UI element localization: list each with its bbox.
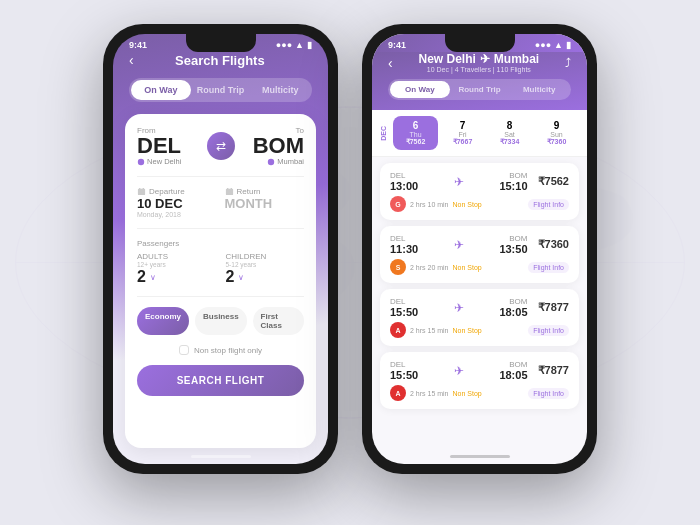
- airline-logo-2: A: [390, 322, 406, 338]
- arr-time-2: 18:05: [499, 306, 527, 318]
- flight-bottom-2: A 2 hrs 15 min Non Stop Flight Info: [390, 322, 569, 338]
- trip-tabs-right: On Way Round Trip Multicity: [388, 79, 571, 100]
- children-decrement[interactable]: ∨: [238, 273, 244, 282]
- nonstop-label: Non stop flight only: [194, 346, 262, 355]
- date-day-3: Sun: [536, 131, 577, 138]
- date-day-0: Thu: [395, 131, 436, 138]
- flight-bottom-1: S 2 hrs 20 min Non Stop Flight Info: [390, 259, 569, 275]
- flight-price-area-2: ₹7877: [538, 301, 569, 314]
- adults-decrement[interactable]: ∨: [150, 273, 156, 282]
- children-label: CHILDREN: [226, 252, 305, 261]
- flight-dest-3: BOM 18:05: [499, 360, 527, 381]
- swap-button[interactable]: ⇄: [207, 132, 235, 160]
- flight-info-btn-3[interactable]: Flight Info: [528, 388, 569, 399]
- divider-1: [137, 176, 304, 177]
- nonstop-row[interactable]: Non stop flight only: [137, 345, 304, 355]
- battery-icon: ▮: [307, 40, 312, 50]
- date-item-0[interactable]: 6 Thu ₹7562: [393, 116, 438, 150]
- date-num-3: 9: [536, 120, 577, 131]
- duration-3: 2 hrs 15 min: [410, 390, 449, 397]
- dep-time-3: 15:50: [390, 369, 418, 381]
- flight-info-btn-0[interactable]: Flight Info: [528, 199, 569, 210]
- tab-multicity-right[interactable]: Multicity: [509, 81, 569, 98]
- svg-point-5: [138, 159, 144, 165]
- flight-dest-1: BOM 13:50: [499, 234, 527, 255]
- tab-multicity-left[interactable]: Multicity: [250, 80, 310, 100]
- phones-container: 9:41 ●●● ▲ ▮ ‹ Search Flights On Way Rou…: [0, 0, 700, 498]
- tab-roundtrip-left[interactable]: Round Trip: [191, 80, 251, 100]
- passengers-section: Passengers ADULTS 12+ years 2 ∨: [137, 239, 304, 286]
- dep-time-0: 13:00: [390, 180, 418, 192]
- back-button-right[interactable]: ‹: [388, 55, 393, 71]
- flight-origin-3: DEL 15:50: [390, 360, 418, 381]
- svg-rect-7: [138, 189, 145, 195]
- stop-0: Non Stop: [453, 201, 482, 208]
- flight-price-2: ₹7877: [538, 301, 569, 314]
- date-item-1[interactable]: 7 Fri ₹7667: [440, 116, 485, 150]
- from-code: DEL: [137, 135, 207, 157]
- flight-arrow-2: ✈: [422, 301, 495, 315]
- children-count-row: 2 ∨: [226, 268, 305, 286]
- right-screen: 9:41 ●●● ▲ ▮ ‹ New Delhi ✈: [372, 34, 587, 464]
- departure-field[interactable]: Departure 10 DEC Monday, 2018: [137, 187, 217, 218]
- tab-first-class[interactable]: First Class: [253, 307, 304, 335]
- from-city: New Delhi: [137, 157, 207, 166]
- flight-arrow-0: ✈: [422, 175, 495, 189]
- route-row: From DEL New Delhi ⇄ To BOM: [137, 126, 304, 166]
- return-field[interactable]: Return MONTH: [225, 187, 305, 218]
- tab-economy[interactable]: Economy: [137, 307, 189, 335]
- date-item-2[interactable]: 8 Sat ₹7334: [487, 116, 532, 150]
- dest-text: Mumbai: [494, 52, 539, 66]
- trip-tabs-left: On Way Round Trip Multicity: [129, 78, 312, 102]
- flight-top-1: DEL 11:30 ✈ BOM 13:50 ₹7360: [390, 234, 569, 255]
- wifi-icon: ▲: [295, 40, 304, 50]
- date-num-0: 6: [395, 120, 436, 131]
- flight-info-btn-2[interactable]: Flight Info: [528, 325, 569, 336]
- children-sublabel: 5-12 years: [226, 261, 305, 268]
- airline-logo-1: S: [390, 259, 406, 275]
- flight-results-phone: 9:41 ●●● ▲ ▮ ‹ New Delhi ✈: [362, 24, 597, 474]
- flight-list: DEL 13:00 ✈ BOM 15:10 ₹7562: [372, 157, 587, 448]
- tab-business[interactable]: Business: [195, 307, 247, 335]
- time-left: 9:41: [129, 40, 147, 50]
- arr-time-1: 13:50: [499, 243, 527, 255]
- flight-card-1[interactable]: DEL 11:30 ✈ BOM 13:50 ₹7360: [380, 226, 579, 283]
- date-item-3[interactable]: 9 Sun ₹7360: [534, 116, 579, 150]
- share-icon[interactable]: ⤴: [565, 56, 571, 70]
- date-strip-month: DEC: [380, 126, 387, 141]
- to-field: To BOM Mumbai: [235, 126, 305, 166]
- flight-card-2[interactable]: DEL 15:50 ✈ BOM 18:05 ₹7877: [380, 289, 579, 346]
- origin-text: New Delhi: [418, 52, 475, 66]
- flight-price-3: ₹7877: [538, 364, 569, 377]
- page-title-left: Search Flights: [142, 53, 312, 68]
- left-header: ‹ Search Flights: [113, 52, 328, 78]
- nonstop-checkbox[interactable]: [179, 345, 189, 355]
- flight-card-3[interactable]: DEL 15:50 ✈ BOM 18:05 ₹7877: [380, 352, 579, 409]
- tab-roundtrip-right[interactable]: Round Trip: [450, 81, 510, 98]
- to-city: Mumbai: [235, 157, 305, 166]
- flight-price-area-1: ₹7360: [538, 238, 569, 251]
- children-count: 2: [226, 268, 235, 286]
- adults-sublabel: 12+ years: [137, 261, 216, 268]
- flight-price-area-0: ₹7562: [538, 175, 569, 188]
- back-button-left[interactable]: ‹: [129, 52, 134, 68]
- search-card: From DEL New Delhi ⇄ To BOM: [125, 114, 316, 448]
- notch-left: [186, 34, 256, 52]
- to-code: BOM: [235, 135, 305, 157]
- tab-oneway-left[interactable]: On Way: [131, 80, 191, 100]
- flight-top-2: DEL 15:50 ✈ BOM 18:05 ₹7877: [390, 297, 569, 318]
- left-screen: 9:41 ●●● ▲ ▮ ‹ Search Flights On Way Rou…: [113, 34, 328, 464]
- adults-count: 2: [137, 268, 146, 286]
- class-tabs: Economy Business First Class: [137, 307, 304, 335]
- flight-origin-1: DEL 11:30: [390, 234, 418, 255]
- departure-month: Monday, 2018: [137, 211, 217, 218]
- date-day-1: Fri: [442, 131, 483, 138]
- search-flight-button[interactable]: SEARCH FLIGHT: [137, 365, 304, 396]
- flight-price-0: ₹7562: [538, 175, 569, 188]
- search-flights-phone: 9:41 ●●● ▲ ▮ ‹ Search Flights On Way Rou…: [103, 24, 338, 474]
- flight-bottom-3: A 2 hrs 15 min Non Stop Flight Info: [390, 385, 569, 401]
- tab-oneway-right[interactable]: On Way: [390, 81, 450, 98]
- dep-time-1: 11:30: [390, 243, 418, 255]
- flight-info-btn-1[interactable]: Flight Info: [528, 262, 569, 273]
- flight-card-0[interactable]: DEL 13:00 ✈ BOM 15:10 ₹7562: [380, 163, 579, 220]
